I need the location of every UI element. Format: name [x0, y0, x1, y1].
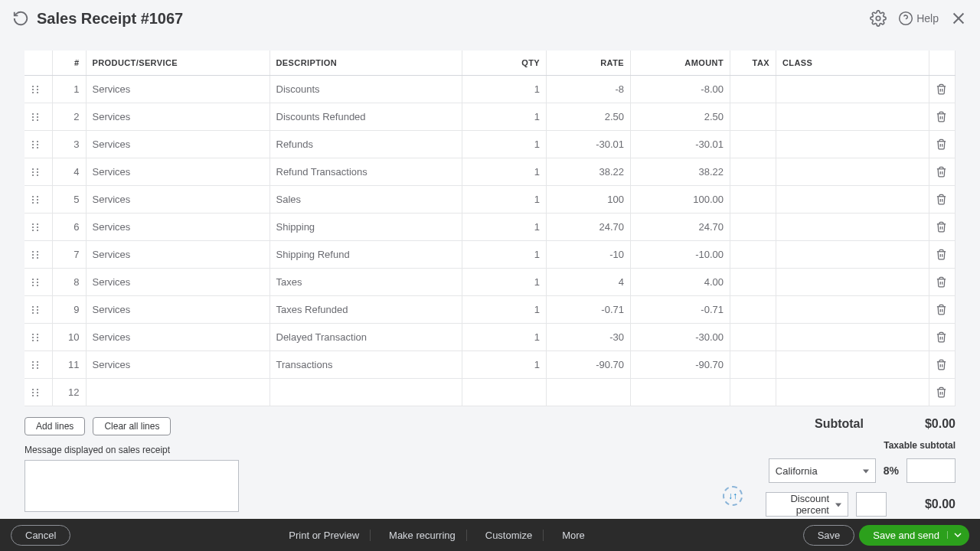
class-cell[interactable] [776, 296, 929, 324]
trash-icon[interactable] [929, 241, 956, 269]
swap-icon[interactable]: ↓↑ [723, 486, 743, 506]
class-cell[interactable] [776, 158, 929, 186]
discount-type-select[interactable]: Discount percent [766, 492, 848, 517]
product-cell[interactable]: Services [86, 76, 270, 103]
description-cell[interactable]: Refunds [270, 131, 462, 158]
qty-cell[interactable]: 1 [462, 324, 547, 351]
class-cell[interactable] [776, 131, 929, 158]
tax-cell[interactable] [730, 186, 776, 214]
close-icon[interactable] [949, 9, 968, 28]
drag-handle-icon[interactable] [24, 76, 52, 103]
trash-icon[interactable] [929, 158, 956, 186]
rate-cell[interactable]: -0.71 [547, 296, 631, 324]
tax-cell[interactable] [730, 241, 776, 269]
description-cell[interactable]: Transactions [270, 351, 462, 379]
amount-cell[interactable]: -30.00 [631, 324, 730, 351]
description-cell[interactable]: Refund Transactions [270, 158, 462, 186]
rate-cell[interactable]: -8 [547, 76, 631, 103]
description-cell[interactable] [270, 379, 462, 406]
table-row[interactable]: 5ServicesSales1100100.00 [24, 186, 956, 214]
tax-amount-input[interactable] [906, 458, 956, 483]
rate-cell[interactable]: 38.22 [547, 158, 631, 186]
qty-cell[interactable]: 1 [462, 186, 547, 214]
description-cell[interactable]: Sales [270, 186, 462, 214]
rate-cell[interactable]: -90.70 [547, 351, 631, 379]
table-row[interactable]: 2ServicesDiscounts Refunded12.502.50 [24, 103, 956, 131]
trash-icon[interactable] [929, 269, 956, 296]
amount-cell[interactable]: 38.22 [631, 158, 730, 186]
product-cell[interactable]: Services [86, 324, 270, 351]
qty-cell[interactable]: 1 [462, 103, 547, 131]
product-cell[interactable]: Services [86, 103, 270, 131]
trash-icon[interactable] [929, 214, 956, 241]
class-cell[interactable] [776, 103, 929, 131]
tax-cell[interactable] [730, 103, 776, 131]
tax-cell[interactable] [730, 379, 776, 406]
drag-handle-icon[interactable] [24, 241, 52, 269]
tax-cell[interactable] [730, 269, 776, 296]
product-cell[interactable]: Services [86, 131, 270, 158]
description-cell[interactable]: Shipping Refund [270, 241, 462, 269]
table-row[interactable]: 1ServicesDiscounts1-8-8.00 [24, 76, 956, 103]
drag-handle-icon[interactable] [24, 324, 52, 351]
drag-handle-icon[interactable] [24, 158, 52, 186]
product-cell[interactable]: Services [86, 269, 270, 296]
description-cell[interactable]: Delayed Transaction [270, 324, 462, 351]
qty-cell[interactable]: 1 [462, 241, 547, 269]
table-row[interactable]: 12 [24, 379, 956, 406]
description-cell[interactable]: Discounts Refunded [270, 103, 462, 131]
table-row[interactable]: 11ServicesTransactions1-90.70-90.70 [24, 351, 956, 379]
trash-icon[interactable] [929, 131, 956, 158]
qty-cell[interactable]: 1 [462, 269, 547, 296]
description-cell[interactable]: Taxes Refunded [270, 296, 462, 324]
drag-handle-icon[interactable] [24, 131, 52, 158]
table-row[interactable]: 7ServicesShipping Refund1-10-10.00 [24, 241, 956, 269]
rate-cell[interactable]: 24.70 [547, 214, 631, 241]
tax-cell[interactable] [730, 158, 776, 186]
trash-icon[interactable] [929, 379, 956, 406]
amount-cell[interactable]: 100.00 [631, 186, 730, 214]
trash-icon[interactable] [929, 296, 956, 324]
tax-cell[interactable] [730, 131, 776, 158]
rate-cell[interactable] [547, 379, 631, 406]
tax-cell[interactable] [730, 324, 776, 351]
description-cell[interactable]: Discounts [270, 76, 462, 103]
tax-cell[interactable] [730, 76, 776, 103]
amount-cell[interactable] [631, 379, 730, 406]
amount-cell[interactable]: 4.00 [631, 269, 730, 296]
drag-handle-icon[interactable] [24, 103, 52, 131]
product-cell[interactable]: Services [86, 214, 270, 241]
class-cell[interactable] [776, 351, 929, 379]
table-row[interactable]: 4ServicesRefund Transactions138.2238.22 [24, 158, 956, 186]
drag-handle-icon[interactable] [24, 269, 52, 296]
table-row[interactable]: 3ServicesRefunds1-30.01-30.01 [24, 131, 956, 158]
product-cell[interactable]: Services [86, 158, 270, 186]
qty-cell[interactable]: 1 [462, 76, 547, 103]
tax-state-select[interactable]: California [769, 458, 876, 483]
table-row[interactable]: 6ServicesShipping124.7024.70 [24, 214, 956, 241]
amount-cell[interactable]: -10.00 [631, 241, 730, 269]
trash-icon[interactable] [929, 103, 956, 131]
message-receipt-input[interactable] [24, 460, 239, 512]
amount-cell[interactable]: -0.71 [631, 296, 730, 324]
trash-icon[interactable] [929, 186, 956, 214]
qty-cell[interactable]: 1 [462, 214, 547, 241]
drag-handle-icon[interactable] [24, 186, 52, 214]
description-cell[interactable]: Taxes [270, 269, 462, 296]
gear-icon[interactable] [869, 9, 887, 28]
class-cell[interactable] [776, 214, 929, 241]
table-row[interactable]: 10ServicesDelayed Transaction1-30-30.00 [24, 324, 956, 351]
discount-percent-input[interactable] [856, 492, 887, 517]
rate-cell[interactable]: -10 [547, 241, 631, 269]
table-row[interactable]: 9ServicesTaxes Refunded1-0.71-0.71 [24, 296, 956, 324]
amount-cell[interactable]: -30.01 [631, 131, 730, 158]
tax-cell[interactable] [730, 351, 776, 379]
class-cell[interactable] [776, 241, 929, 269]
help-button[interactable]: Help [898, 11, 939, 26]
amount-cell[interactable]: 24.70 [631, 214, 730, 241]
table-row[interactable]: 8ServicesTaxes144.00 [24, 269, 956, 296]
amount-cell[interactable]: -90.70 [631, 351, 730, 379]
qty-cell[interactable]: 1 [462, 351, 547, 379]
qty-cell[interactable]: 1 [462, 296, 547, 324]
trash-icon[interactable] [929, 76, 956, 103]
